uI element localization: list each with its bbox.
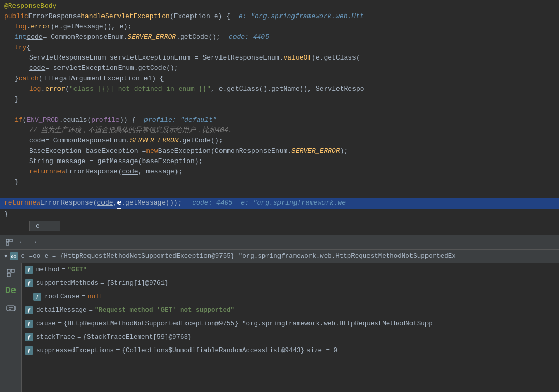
eq-detail: = [89, 304, 93, 316]
final-brace: } [4, 209, 8, 220]
expand-arrow-main: ▼ [4, 251, 8, 262]
brace-open: { [26, 42, 31, 53]
icon-f-stack: f [25, 333, 33, 341]
code-line-code-assign: code = servletExceptionEnum.getCode(); [0, 63, 559, 74]
icon-f-method: f [25, 266, 33, 274]
suppressed-size: size = 0 [306, 345, 337, 356]
var-name-suppressed: suppressedExceptions [36, 345, 114, 356]
var-name-method: method [36, 264, 60, 275]
debug-var-rootcause[interactable]: ▶ f rootCause = null [0, 290, 559, 303]
forward-btn[interactable]: → [29, 237, 39, 248]
code-line-blank2 [0, 187, 559, 198]
valueof-fn: valueOf [283, 53, 312, 63]
code-line-brace-if: } [0, 177, 559, 187]
base-exc-type: BaseException baseException = [29, 146, 146, 156]
code-line-int-code: int code = CommonResponseEnum. SERVER_ER… [0, 32, 559, 42]
log-token2: log [29, 84, 41, 94]
comment-text: // 当为生产环境，不适合把具体的异常信息展示给用户，比如404. [29, 125, 232, 136]
code-line-base-exception: BaseException baseException = new BaseEx… [0, 146, 559, 156]
code-line-brace1: } [0, 94, 559, 105]
code-line-log-error2: log . error ( "class [{}] not defined in… [0, 84, 559, 94]
brace-if: } [14, 177, 19, 187]
debug-main-var-row[interactable]: ▼ oo e = oo e = {HttpRequestMethodNotSup… [0, 250, 559, 263]
var-val-suppressed: {Collections$UnmodifiableRandomAccessLis… [122, 345, 305, 356]
getcode: .getCode(); [176, 32, 220, 42]
code-line-servlet-enum: ServletResponseEnum servletExceptionEnum… [0, 53, 559, 63]
servlet-type: ServletResponseEnum servletExceptionEnum… [29, 53, 283, 63]
debug-icon-2 [6, 303, 16, 313]
code-line-log-error: log . error (e.getMessage(), e); [0, 22, 559, 32]
sidebar-icon-3[interactable] [4, 301, 18, 315]
return-type: ErrorResponse [28, 11, 81, 22]
code-var3: code [29, 136, 45, 146]
code-area: @ResponseBody public ErrorResponse handl… [0, 0, 559, 233]
svg-rect-0 [6, 239, 9, 242]
code-var: code [26, 32, 42, 42]
method-params: (Exception e) { [170, 11, 230, 22]
back-icon: ← [20, 239, 23, 246]
icon-f-cause: f [25, 320, 33, 328]
base-exc-ctor: BaseException(CommonResponseEnum. [158, 146, 291, 156]
new-kw2: new [53, 167, 65, 177]
kw-public: public [4, 11, 28, 22]
frames-icon-btn[interactable] [4, 237, 14, 248]
var-name-supported: supportedMethods [36, 278, 98, 289]
method-hint: e: "org.springframework.web.Htt [239, 11, 364, 22]
paren-open: ( [65, 84, 69, 94]
profile-param: profile [91, 115, 120, 125]
sidebar-icon-1[interactable] [4, 266, 18, 280]
sidebar-icon-2[interactable]: De [4, 283, 18, 298]
getmessage-hl: .getMessage()); [121, 198, 182, 208]
brace1: } [14, 94, 19, 105]
assign2: = servletExceptionEnum.getCode(); [45, 63, 178, 74]
assign: = CommonResponseEnum. [43, 32, 128, 42]
debug-var-method[interactable]: ▶ f method = "GET" [0, 263, 559, 277]
code-line-return-inner: return new ErrorResponse( code , message… [0, 167, 559, 177]
hint-e-hl: e: "org.springframework.we [241, 198, 346, 208]
server-error3: SERVER_ERROR [291, 146, 340, 156]
error-fn2: error [45, 84, 65, 94]
code-line-highlighted[interactable]: return new ErrorResponse( code , e .getM… [0, 198, 559, 209]
debug-toolbar: ← → [0, 235, 559, 250]
code-line-blank [0, 105, 559, 115]
debug-var-cause[interactable]: ▶ f cause = {HttpRequestMethodNotSupport… [0, 317, 559, 330]
debug-var-detailmessage[interactable]: ▶ f detailMessage = "Request method 'GET… [0, 303, 559, 317]
left-sidebar: De [0, 263, 22, 392]
log-args: (e.getMessage(), e); [51, 22, 131, 32]
error-args: , e.getClass().getName(), ServletRespo [211, 84, 364, 94]
error-str: "class [{}] not defined in enum {}" [69, 84, 211, 94]
code-hl: code [97, 198, 113, 208]
if-kw: if [14, 115, 23, 125]
code-line-annotation: @ResponseBody [0, 1, 559, 11]
debug-sidebar-icon [6, 268, 16, 278]
cursor-e: e [117, 198, 121, 209]
eq-cause: = [58, 318, 62, 329]
dot2: . [41, 84, 45, 94]
code-line-method-sig: public ErrorResponse handleServletExcept… [0, 11, 559, 22]
int-kw: int [14, 32, 26, 42]
var-name-detail: detailMessage [36, 304, 87, 316]
error-response-inner: ErrorResponse( [65, 167, 122, 177]
main-var-name: e = [21, 251, 33, 262]
comma-hl: , [113, 198, 117, 208]
icon-f-supported: f [25, 279, 33, 287]
try-kw: try [14, 42, 26, 53]
code-line-string-message: String message = getMessage(baseExceptio… [0, 156, 559, 167]
svg-rect-6 [7, 306, 15, 311]
eq-supported: = [100, 278, 105, 289]
svg-rect-2 [6, 243, 9, 245]
var-name-rootcause: rootCause [45, 291, 80, 302]
env-const: ENV_PROD [26, 115, 58, 125]
base-exc-end: ); [340, 146, 348, 156]
back-btn[interactable]: ← [17, 237, 27, 248]
eval-popup: e [29, 221, 60, 231]
debug-var-stacktrace[interactable]: ▶ f stackTrace = {StackTraceElement[59]@… [0, 330, 559, 344]
code-line-comment: // 当为生产环境，不适合把具体的异常信息展示给用户，比如404. [0, 125, 559, 136]
getcode2: .getCode(); [179, 136, 223, 146]
svg-rect-1 [10, 239, 12, 242]
debug-var-supportedmethods[interactable]: ▶ f supportedMethods = {String[1]@9761} [0, 277, 559, 290]
brace-close-try: } [14, 74, 19, 84]
debug-var-suppressed[interactable]: ▶ f suppressedExceptions = {Collections$… [0, 344, 559, 357]
var-val-method: "GET" [68, 264, 87, 275]
paren-if: ( [23, 115, 27, 125]
